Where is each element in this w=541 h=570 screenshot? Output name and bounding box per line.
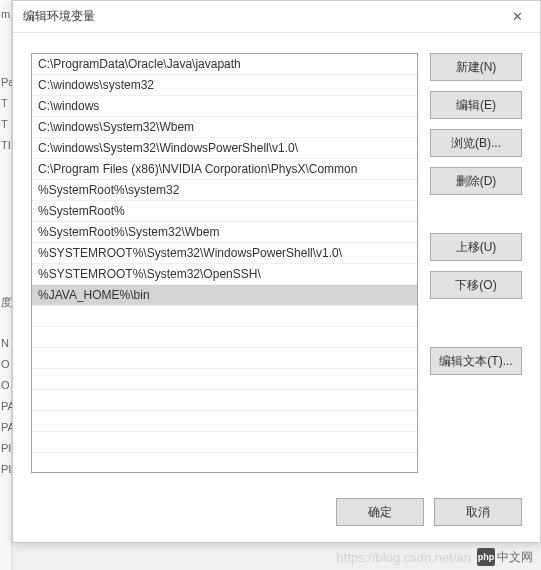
cancel-button[interactable]: 取消	[434, 498, 522, 526]
titlebar: 编辑环境变量 ✕	[13, 1, 540, 33]
list-item[interactable]: C:\windows\System32\WindowsPowerShell\v1…	[32, 138, 417, 159]
edit-button[interactable]: 编辑(E)	[430, 91, 522, 119]
close-icon: ✕	[512, 9, 523, 24]
button-column: 新建(N) 编辑(E) 浏览(B)... 删除(D) 上移(U) 下移(O) 编…	[430, 53, 522, 478]
dialog-title: 编辑环境变量	[23, 8, 95, 25]
list-item[interactable]: %SYSTEMROOT%\System32\WindowsPowerShell\…	[32, 243, 417, 264]
list-item[interactable]: %SystemRoot%\System32\Wbem	[32, 222, 417, 243]
list-item[interactable]: %SystemRoot%	[32, 201, 417, 222]
list-item-empty[interactable]	[32, 306, 417, 327]
ok-button[interactable]: 确定	[336, 498, 424, 526]
dialog-footer: 确定 取消	[31, 490, 522, 526]
bg-label: m	[1, 8, 10, 20]
move-up-button[interactable]: 上移(U)	[430, 233, 522, 261]
spacer	[430, 205, 522, 233]
list-item-empty[interactable]	[32, 348, 417, 369]
edit-text-button[interactable]: 编辑文本(T)...	[430, 347, 522, 375]
list-item-empty[interactable]	[32, 411, 417, 432]
bg-label: O	[1, 358, 10, 370]
list-item[interactable]: C:\windows	[32, 96, 417, 117]
move-down-button[interactable]: 下移(O)	[430, 271, 522, 299]
watermark-logo: php 中文网	[477, 548, 533, 566]
spacer	[430, 309, 522, 347]
watermark-logo-text: 中文网	[497, 549, 533, 566]
bg-label: N	[1, 337, 9, 349]
watermark: https://blog.csdn.net/an php 中文网	[337, 548, 533, 566]
browse-button[interactable]: 浏览(B)...	[430, 129, 522, 157]
bg-label: TI	[1, 139, 11, 151]
php-logo-icon: php	[477, 548, 495, 566]
list-item[interactable]: C:\windows\system32	[32, 75, 417, 96]
main-row: C:\ProgramData\Oracle\Java\javapath C:\w…	[31, 53, 522, 478]
delete-button[interactable]: 删除(D)	[430, 167, 522, 195]
edit-environment-variable-dialog: 编辑环境变量 ✕ C:\ProgramData\Oracle\Java\java…	[12, 0, 541, 543]
watermark-url: https://blog.csdn.net/an	[337, 550, 471, 565]
list-item[interactable]: C:\windows\System32\Wbem	[32, 117, 417, 138]
path-listbox[interactable]: C:\ProgramData\Oracle\Java\javapath C:\w…	[31, 53, 418, 473]
list-item[interactable]: C:\Program Files (x86)\NVIDIA Corporatio…	[32, 159, 417, 180]
bg-label: O	[1, 379, 10, 391]
list-item[interactable]: %SYSTEMROOT%\System32\OpenSSH\	[32, 264, 417, 285]
list-item[interactable]: %JAVA_HOME%\bin	[32, 285, 417, 306]
bg-label: PI	[1, 463, 11, 475]
list-item-empty[interactable]	[32, 453, 417, 473]
list-item[interactable]: C:\ProgramData\Oracle\Java\javapath	[32, 54, 417, 75]
background-window-strip: m Pa T T TI 度 N O O PA PA PI PI	[0, 0, 12, 570]
dialog-content: C:\ProgramData\Oracle\Java\javapath C:\w…	[13, 33, 540, 542]
bg-label: 度	[1, 295, 12, 310]
close-button[interactable]: ✕	[495, 2, 540, 32]
list-item-empty[interactable]	[32, 327, 417, 348]
list-item-empty[interactable]	[32, 369, 417, 390]
list-item[interactable]: %SystemRoot%\system32	[32, 180, 417, 201]
bg-label: T	[1, 118, 8, 130]
new-button[interactable]: 新建(N)	[430, 53, 522, 81]
list-item-empty[interactable]	[32, 390, 417, 411]
bg-label: PI	[1, 442, 11, 454]
bg-label: T	[1, 97, 8, 109]
list-item-empty[interactable]	[32, 432, 417, 453]
